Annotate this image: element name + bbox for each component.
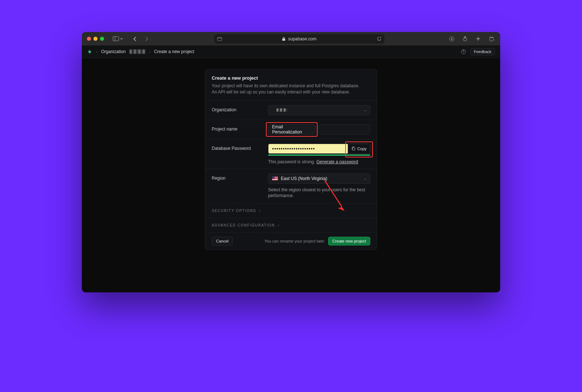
sidebar-toggle-button[interactable]	[113, 36, 123, 41]
copy-password-button[interactable]: Copy	[348, 144, 370, 154]
back-button[interactable]	[132, 36, 138, 42]
forward-button[interactable]	[143, 36, 150, 42]
address-bar-domain: supabase.com	[288, 36, 316, 41]
chevron-right-icon: ›	[278, 223, 280, 227]
breadcrumb-current: Create a new project	[154, 49, 194, 54]
database-password-value: ••••••••••••••••••••	[272, 146, 315, 152]
svg-rect-4	[282, 39, 285, 41]
downloads-icon[interactable]	[449, 36, 455, 42]
card-subtitle-2: An API will be set up so you can easily …	[212, 89, 370, 95]
card-footer: Cancel You can rename your project later…	[205, 232, 377, 249]
address-bar[interactable]: supabase.com	[214, 34, 384, 44]
organization-select[interactable]: ⌄	[268, 105, 370, 115]
project-name-input[interactable]: Email Personalization	[268, 124, 315, 135]
card-title: Create a new project	[212, 75, 370, 81]
chevron-right-icon: ›	[96, 49, 97, 54]
project-name-value: Email Personalization	[272, 124, 311, 135]
create-project-card: Create a new project Your project will h…	[205, 69, 377, 250]
project-name-input-extent[interactable]	[318, 124, 370, 135]
help-icon[interactable]	[461, 49, 466, 54]
organization-value-redacted	[276, 108, 287, 112]
feedback-button[interactable]: Feedback	[470, 48, 495, 55]
advanced-config-toggle[interactable]: ADVANCED CONFIGURATION ›	[205, 218, 377, 232]
supabase-logo-icon[interactable]	[87, 49, 92, 55]
breadcrumb-org-name-redacted[interactable]	[129, 49, 146, 54]
generate-password-link[interactable]: Generate a password	[316, 159, 358, 164]
browser-chrome: supabase.com	[82, 32, 500, 45]
region-value: East US (North Virginia)	[281, 176, 327, 181]
share-icon[interactable]	[462, 36, 468, 42]
minimize-window-icon[interactable]	[93, 37, 97, 41]
breadcrumb-organization[interactable]: Organization	[101, 49, 126, 54]
chevron-right-icon: ›	[259, 209, 261, 213]
create-project-button[interactable]: Create new project	[328, 237, 370, 245]
password-strength-text: This password is strong.	[268, 159, 315, 164]
maximize-window-icon[interactable]	[100, 37, 104, 41]
password-strength-bar	[268, 155, 370, 156]
window-controls	[87, 37, 104, 41]
svg-rect-9	[352, 148, 355, 150]
chevron-right-icon: ›	[149, 49, 151, 54]
security-options-toggle[interactable]: SECURITY OPTIONS ›	[205, 203, 377, 218]
region-select[interactable]: East US (North Virginia) ⌄	[268, 173, 370, 184]
copy-button-label: Copy	[357, 147, 367, 151]
rename-note: You can rename your project later	[264, 239, 324, 243]
organization-label: Organization	[212, 105, 268, 112]
chevron-down-icon	[120, 37, 123, 40]
lock-icon	[282, 37, 286, 41]
project-name-label: Project name	[212, 124, 268, 132]
close-window-icon[interactable]	[87, 37, 91, 41]
database-password-input[interactable]: ••••••••••••••••••••	[268, 144, 348, 154]
chevron-down-icon: ⌄	[364, 108, 367, 112]
chevron-down-icon: ⌄	[364, 176, 367, 180]
copy-icon	[351, 147, 355, 151]
region-label: Region	[212, 173, 268, 181]
reload-button[interactable]	[377, 36, 382, 41]
svg-rect-7	[490, 37, 493, 41]
svg-rect-0	[113, 37, 119, 41]
cancel-button[interactable]: Cancel	[212, 237, 233, 245]
app-body: Create a new project Your project will h…	[82, 58, 500, 292]
region-help-text: Select the region closest to your users …	[268, 187, 370, 199]
card-subtitle-1: Your project will have its own dedicated…	[212, 83, 370, 89]
us-flag-icon	[272, 176, 278, 180]
database-password-label: Database Password	[212, 144, 268, 151]
tab-overview-icon[interactable]	[488, 36, 494, 42]
site-settings-icon[interactable]	[217, 36, 222, 41]
new-tab-icon[interactable]	[475, 36, 481, 42]
app-header: › Organization › Create a new project Fe…	[82, 45, 500, 58]
browser-window: supabase.com	[82, 32, 500, 292]
svg-rect-3	[218, 37, 222, 39]
